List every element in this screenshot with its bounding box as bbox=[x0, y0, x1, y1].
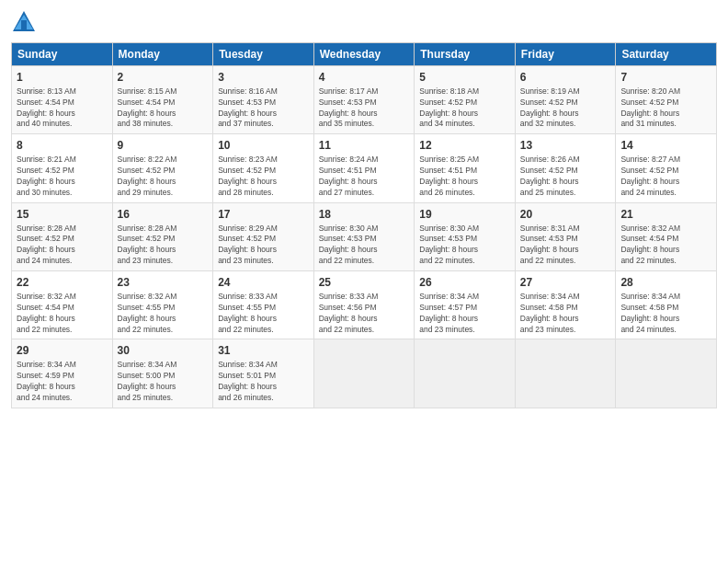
calendar-cell: 7Sunrise: 8:20 AM Sunset: 4:52 PM Daylig… bbox=[616, 66, 717, 134]
day-info: Sunrise: 8:23 AM Sunset: 4:52 PM Dayligh… bbox=[218, 155, 309, 199]
calendar-cell: 20Sunrise: 8:31 AM Sunset: 4:53 PM Dayli… bbox=[515, 202, 616, 270]
day-number: 21 bbox=[620, 207, 711, 223]
day-info: Sunrise: 8:32 AM Sunset: 4:54 PM Dayligh… bbox=[620, 224, 711, 268]
calendar-cell bbox=[313, 339, 415, 408]
day-info: Sunrise: 8:32 AM Sunset: 4:55 PM Dayligh… bbox=[118, 292, 209, 336]
day-number: 14 bbox=[620, 138, 711, 154]
day-info: Sunrise: 8:15 AM Sunset: 4:54 PM Dayligh… bbox=[118, 86, 209, 131]
day-number: 27 bbox=[520, 275, 611, 291]
day-number: 19 bbox=[419, 207, 510, 223]
calendar-cell: 18Sunrise: 8:30 AM Sunset: 4:53 PM Dayli… bbox=[313, 202, 415, 270]
calendar-cell: 4Sunrise: 8:17 AM Sunset: 4:53 PM Daylig… bbox=[313, 66, 415, 134]
day-number: 16 bbox=[118, 207, 209, 223]
day-info: Sunrise: 8:29 AM Sunset: 4:52 PM Dayligh… bbox=[218, 224, 309, 268]
calendar-cell: 27Sunrise: 8:34 AM Sunset: 4:58 PM Dayli… bbox=[515, 271, 616, 339]
day-number: 30 bbox=[118, 343, 209, 359]
day-number: 18 bbox=[319, 207, 410, 223]
day-number: 1 bbox=[17, 70, 108, 86]
calendar-week-5: 29Sunrise: 8:34 AM Sunset: 4:59 PM Dayli… bbox=[12, 339, 717, 408]
day-header-friday: Friday bbox=[515, 43, 616, 66]
day-info: Sunrise: 8:16 AM Sunset: 4:53 PM Dayligh… bbox=[218, 86, 309, 131]
day-info: Sunrise: 8:34 AM Sunset: 5:00 PM Dayligh… bbox=[118, 360, 209, 404]
day-number: 5 bbox=[419, 70, 510, 86]
calendar-cell: 3Sunrise: 8:16 AM Sunset: 4:53 PM Daylig… bbox=[213, 66, 314, 134]
calendar-cell: 8Sunrise: 8:21 AM Sunset: 4:52 PM Daylig… bbox=[12, 134, 113, 202]
calendar-week-2: 8Sunrise: 8:21 AM Sunset: 4:52 PM Daylig… bbox=[12, 134, 717, 202]
calendar-cell: 22Sunrise: 8:32 AM Sunset: 4:54 PM Dayli… bbox=[12, 271, 113, 339]
day-info: Sunrise: 8:34 AM Sunset: 4:59 PM Dayligh… bbox=[17, 360, 108, 404]
calendar-cell: 12Sunrise: 8:25 AM Sunset: 4:51 PM Dayli… bbox=[415, 134, 516, 202]
day-number: 3 bbox=[218, 70, 309, 86]
calendar-cell: 10Sunrise: 8:23 AM Sunset: 4:52 PM Dayli… bbox=[213, 134, 314, 202]
day-header-saturday: Saturday bbox=[616, 43, 717, 66]
calendar-cell: 13Sunrise: 8:26 AM Sunset: 4:52 PM Dayli… bbox=[515, 134, 616, 202]
header-row: SundayMondayTuesdayWednesdayThursdayFrid… bbox=[12, 43, 717, 66]
day-info: Sunrise: 8:34 AM Sunset: 4:58 PM Dayligh… bbox=[620, 292, 711, 336]
day-number: 15 bbox=[17, 207, 108, 223]
day-number: 25 bbox=[319, 275, 410, 291]
day-number: 4 bbox=[319, 70, 410, 86]
day-info: Sunrise: 8:33 AM Sunset: 4:56 PM Dayligh… bbox=[319, 292, 410, 336]
calendar-cell: 26Sunrise: 8:34 AM Sunset: 4:57 PM Dayli… bbox=[415, 271, 516, 339]
day-header-wednesday: Wednesday bbox=[313, 43, 415, 66]
day-number: 11 bbox=[319, 138, 410, 154]
day-info: Sunrise: 8:34 AM Sunset: 5:01 PM Dayligh… bbox=[218, 360, 309, 404]
day-info: Sunrise: 8:17 AM Sunset: 4:53 PM Dayligh… bbox=[319, 86, 410, 131]
day-number: 20 bbox=[520, 207, 611, 223]
day-info: Sunrise: 8:31 AM Sunset: 4:53 PM Dayligh… bbox=[520, 224, 611, 268]
calendar-cell: 1Sunrise: 8:13 AM Sunset: 4:54 PM Daylig… bbox=[12, 66, 113, 134]
day-info: Sunrise: 8:30 AM Sunset: 4:53 PM Dayligh… bbox=[419, 224, 510, 268]
day-info: Sunrise: 8:25 AM Sunset: 4:51 PM Dayligh… bbox=[419, 155, 510, 199]
header bbox=[11, 9, 717, 35]
day-info: Sunrise: 8:28 AM Sunset: 4:52 PM Dayligh… bbox=[118, 224, 209, 268]
day-number: 31 bbox=[218, 343, 309, 359]
calendar-cell: 29Sunrise: 8:34 AM Sunset: 4:59 PM Dayli… bbox=[12, 339, 113, 408]
day-info: Sunrise: 8:24 AM Sunset: 4:51 PM Dayligh… bbox=[319, 155, 410, 199]
day-number: 23 bbox=[118, 275, 209, 291]
day-number: 9 bbox=[118, 138, 209, 154]
logo bbox=[11, 9, 39, 35]
day-info: Sunrise: 8:30 AM Sunset: 4:53 PM Dayligh… bbox=[319, 224, 410, 268]
calendar-cell: 31Sunrise: 8:34 AM Sunset: 5:01 PM Dayli… bbox=[213, 339, 314, 408]
day-number: 2 bbox=[118, 70, 209, 86]
day-number: 24 bbox=[218, 275, 309, 291]
calendar-cell bbox=[515, 339, 616, 408]
day-info: Sunrise: 8:28 AM Sunset: 4:52 PM Dayligh… bbox=[17, 224, 108, 268]
day-info: Sunrise: 8:32 AM Sunset: 4:54 PM Dayligh… bbox=[17, 292, 108, 336]
day-info: Sunrise: 8:21 AM Sunset: 4:52 PM Dayligh… bbox=[17, 155, 108, 199]
main-container: SundayMondayTuesdayWednesdayThursdayFrid… bbox=[0, 0, 728, 418]
calendar-week-4: 22Sunrise: 8:32 AM Sunset: 4:54 PM Dayli… bbox=[12, 271, 717, 339]
calendar-cell bbox=[616, 339, 717, 408]
day-number: 28 bbox=[620, 275, 711, 291]
day-info: Sunrise: 8:18 AM Sunset: 4:52 PM Dayligh… bbox=[419, 86, 510, 131]
calendar-cell: 25Sunrise: 8:33 AM Sunset: 4:56 PM Dayli… bbox=[313, 271, 415, 339]
calendar-cell: 21Sunrise: 8:32 AM Sunset: 4:54 PM Dayli… bbox=[616, 202, 717, 270]
svg-rect-2 bbox=[21, 20, 27, 29]
day-number: 10 bbox=[218, 138, 309, 154]
day-info: Sunrise: 8:26 AM Sunset: 4:52 PM Dayligh… bbox=[520, 155, 611, 199]
calendar-cell: 9Sunrise: 8:22 AM Sunset: 4:52 PM Daylig… bbox=[112, 134, 213, 202]
day-number: 29 bbox=[17, 343, 108, 359]
day-number: 7 bbox=[620, 70, 711, 86]
calendar-cell: 11Sunrise: 8:24 AM Sunset: 4:51 PM Dayli… bbox=[313, 134, 415, 202]
day-header-sunday: Sunday bbox=[12, 43, 113, 66]
day-info: Sunrise: 8:20 AM Sunset: 4:52 PM Dayligh… bbox=[620, 86, 711, 131]
calendar-table: SundayMondayTuesdayWednesdayThursdayFrid… bbox=[11, 42, 717, 408]
calendar-cell: 14Sunrise: 8:27 AM Sunset: 4:52 PM Dayli… bbox=[616, 134, 717, 202]
calendar-week-1: 1Sunrise: 8:13 AM Sunset: 4:54 PM Daylig… bbox=[12, 66, 717, 134]
calendar-cell: 30Sunrise: 8:34 AM Sunset: 5:00 PM Dayli… bbox=[112, 339, 213, 408]
day-info: Sunrise: 8:19 AM Sunset: 4:52 PM Dayligh… bbox=[520, 86, 611, 131]
calendar-cell: 2Sunrise: 8:15 AM Sunset: 4:54 PM Daylig… bbox=[112, 66, 213, 134]
day-number: 6 bbox=[520, 70, 611, 86]
calendar-cell: 15Sunrise: 8:28 AM Sunset: 4:52 PM Dayli… bbox=[12, 202, 113, 270]
day-info: Sunrise: 8:34 AM Sunset: 4:57 PM Dayligh… bbox=[419, 292, 510, 336]
day-number: 17 bbox=[218, 207, 309, 223]
day-info: Sunrise: 8:34 AM Sunset: 4:58 PM Dayligh… bbox=[520, 292, 611, 336]
calendar-cell bbox=[415, 339, 516, 408]
day-number: 8 bbox=[17, 138, 108, 154]
calendar-cell: 23Sunrise: 8:32 AM Sunset: 4:55 PM Dayli… bbox=[112, 271, 213, 339]
day-header-monday: Monday bbox=[112, 43, 213, 66]
calendar-cell: 28Sunrise: 8:34 AM Sunset: 4:58 PM Dayli… bbox=[616, 271, 717, 339]
calendar-cell: 5Sunrise: 8:18 AM Sunset: 4:52 PM Daylig… bbox=[415, 66, 516, 134]
day-info: Sunrise: 8:22 AM Sunset: 4:52 PM Dayligh… bbox=[118, 155, 209, 199]
